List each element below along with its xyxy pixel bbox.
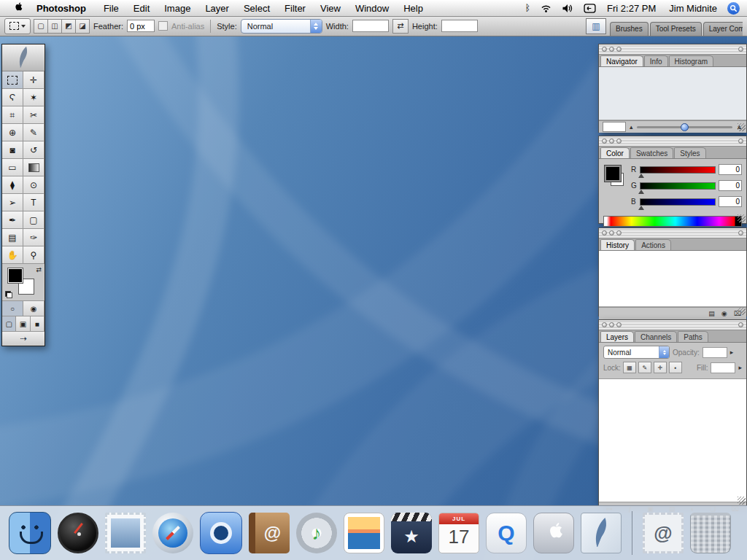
tool-blur[interactable]: ⧫	[2, 176, 23, 194]
menu-file[interactable]: File	[96, 0, 126, 16]
feather-input[interactable]	[127, 20, 155, 32]
tool-gradient[interactable]	[23, 159, 44, 176]
dock-item-photoshop[interactable]	[581, 513, 622, 553]
selection-mode-subtract-button[interactable]: ◩	[61, 19, 76, 34]
menu-filter[interactable]: Filter	[277, 0, 313, 16]
tab-channels[interactable]: Channels	[635, 331, 677, 342]
color-titlebar[interactable]	[599, 136, 746, 147]
tab-info[interactable]: Info	[644, 55, 668, 66]
selection-mode-new-button[interactable]: ▢	[34, 19, 48, 34]
apple-menu[interactable]	[7, 0, 29, 16]
menu-image[interactable]: Image	[157, 0, 198, 16]
jump-to-imageready-button[interactable]: ⇢	[2, 332, 44, 346]
zoom-percent-field[interactable]	[603, 122, 626, 132]
tab-paths[interactable]: Paths	[678, 331, 708, 342]
window-buttons[interactable]	[602, 139, 622, 144]
collapse-button[interactable]	[738, 47, 743, 52]
blue-value-input[interactable]	[719, 196, 742, 207]
tool-magic-wand[interactable]: ✶	[23, 89, 44, 106]
navigator-titlebar[interactable]	[599, 44, 746, 55]
blue-slider-thumb[interactable]	[638, 206, 644, 210]
toolbox-titlebar[interactable]	[2, 44, 44, 71]
collapse-button[interactable]	[738, 322, 743, 327]
airport-menu[interactable]	[535, 4, 557, 13]
window-buttons[interactable]	[602, 322, 622, 327]
tab-navigator[interactable]: Navigator	[600, 55, 643, 66]
bluetooth-menu[interactable]: ᛒ	[520, 3, 535, 13]
tab-layers[interactable]: Layers	[600, 331, 634, 342]
window-buttons[interactable]	[602, 230, 622, 236]
tab-actions[interactable]: Actions	[635, 239, 671, 250]
fullscreen-menubar-button[interactable]: ▣	[16, 316, 30, 332]
dock-item-apple[interactable]	[533, 513, 574, 553]
dock-item-safari[interactable]	[152, 513, 193, 553]
dock-item-ichat[interactable]	[200, 512, 242, 554]
menu-select[interactable]: Select	[236, 0, 277, 16]
width-input[interactable]	[352, 20, 389, 32]
dock-item-itunes[interactable]: ♪	[296, 513, 337, 553]
swap-colors-icon[interactable]: ⇄	[36, 266, 42, 273]
lock-position-button[interactable]: ✛	[654, 362, 667, 373]
selection-mode-add-button[interactable]: ◫	[47, 19, 62, 34]
dock-item-finder[interactable]	[9, 512, 51, 554]
tool-type[interactable]: T	[23, 194, 44, 211]
red-slider[interactable]	[640, 166, 716, 174]
history-list[interactable]	[599, 251, 746, 307]
dock-item-ical[interactable]: JUL 17	[438, 513, 479, 553]
resize-handle[interactable]	[738, 214, 746, 222]
red-slider-thumb[interactable]	[638, 174, 644, 178]
well-tab-tool-presets[interactable]: Tool Presets	[650, 22, 702, 36]
tab-swatches[interactable]: Swatches	[630, 147, 673, 158]
fill-arrow-icon[interactable]: ▸	[738, 364, 742, 371]
zoom-slider-thumb[interactable]	[681, 123, 689, 131]
tool-shape[interactable]: ▢	[23, 211, 44, 229]
search-menu[interactable]	[727, 2, 740, 15]
antialias-checkbox[interactable]	[158, 21, 168, 31]
tool-clone-stamp[interactable]: ◙	[2, 141, 23, 159]
standard-mode-button[interactable]: ○	[2, 301, 23, 316]
selection-mode-intersect-button[interactable]: ◪	[75, 19, 90, 34]
menu-help[interactable]: Help	[396, 0, 430, 16]
tab-history[interactable]: History	[600, 239, 635, 250]
tool-healing-brush[interactable]: ⊕	[2, 124, 23, 141]
blend-mode-dropdown[interactable]: Normal	[603, 346, 670, 359]
color-ramp[interactable]	[603, 216, 742, 227]
tab-color[interactable]: Color	[600, 147, 630, 158]
tool-dodge[interactable]: ⊙	[23, 176, 44, 194]
menu-edit[interactable]: Edit	[126, 0, 157, 16]
tab-histogram[interactable]: Histogram	[669, 55, 714, 66]
tool-zoom[interactable]: ⚲	[23, 246, 44, 264]
layers-list[interactable]	[599, 378, 746, 502]
new-snapshot-button[interactable]: ◉	[720, 310, 729, 317]
opacity-field[interactable]	[703, 347, 727, 358]
tool-eyedropper[interactable]: ✑	[23, 229, 44, 246]
red-value-input[interactable]	[719, 164, 742, 175]
tab-styles[interactable]: Styles	[674, 147, 705, 158]
layers-titlebar[interactable]	[599, 320, 746, 330]
dock-item-mail-stamp[interactable]	[105, 513, 146, 553]
user-switch-menu[interactable]: Jim Midnite	[662, 0, 724, 16]
app-menu-photoshop[interactable]: Photoshop	[29, 0, 96, 16]
foreground-color-swatch[interactable]	[7, 268, 23, 284]
green-slider-thumb[interactable]	[638, 190, 644, 194]
foreground-color-swatch[interactable]	[605, 166, 621, 182]
dock-item-trash[interactable]	[690, 513, 731, 553]
well-tab-brushes[interactable]: Brushes	[610, 22, 649, 36]
tool-hand[interactable]: ✋	[2, 246, 23, 264]
green-slider[interactable]	[640, 182, 716, 190]
volume-menu[interactable]	[557, 4, 578, 13]
tool-lasso[interactable]: Ϛ	[2, 89, 23, 106]
tool-history-brush[interactable]: ↺	[23, 141, 44, 159]
well-tab-layer-comps[interactable]: Layer Comps	[703, 22, 743, 36]
file-browser-button[interactable]: ▥	[586, 18, 606, 34]
history-titlebar[interactable]	[599, 228, 746, 238]
tool-brush[interactable]: ✎	[23, 124, 44, 141]
tool-move[interactable]: ✛	[23, 71, 44, 89]
tool-pen[interactable]: ✒	[2, 211, 23, 229]
dock-item-address-book[interactable]: @	[249, 513, 290, 553]
resize-handle[interactable]	[738, 497, 746, 505]
tool-path-selection[interactable]: ➢	[2, 194, 23, 211]
lock-all-button[interactable]: ▪	[669, 362, 682, 373]
lock-pixels-button[interactable]: ✎	[638, 362, 651, 373]
clock-menu[interactable]: Fri 2:27 PM	[601, 0, 662, 16]
